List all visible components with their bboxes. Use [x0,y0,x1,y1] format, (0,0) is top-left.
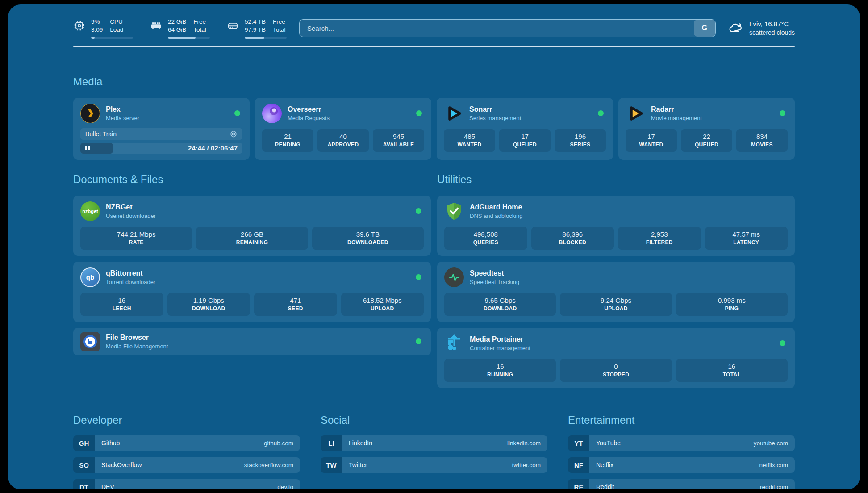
bookmark-youtube[interactable]: YT YouTube youtube.com [568,435,795,451]
bookmark-name: YouTube [596,439,621,447]
stat-value: 21 [264,133,312,140]
disk-progress-bar [245,37,287,39]
stat-label: PING [678,305,786,312]
stat-value: 196 [556,133,604,140]
header-divider [73,46,795,47]
stat-label: MOVIES [738,142,786,148]
ram-progress-bar [168,37,210,39]
app-card-plex[interactable]: Plex Media server Bullet Train 24:44 / 0… [73,98,250,160]
app-card-sonarr[interactable]: Sonarr Series management 485 WANTED 17 Q… [437,98,613,160]
disk-label-1: Free [273,18,286,26]
ram-progress-fill [168,37,196,39]
settings-icon[interactable] [230,130,238,138]
stat-value: 17 [501,133,549,140]
playback-progress-bar[interactable]: 24:44 / 02:06:47 [80,143,242,154]
stat-label: WANTED [627,142,675,148]
cpu-progress-fill [91,37,95,39]
utilities-column: Utilities AdGuard Home DNS and adblockin… [437,173,795,388]
app-card-speedtest[interactable]: Speedtest Speedtest Tracking 9.65 Gbps D… [437,262,795,322]
stat-tile: 86,396 BLOCKED [531,227,614,250]
stat-label: RUNNING [446,372,554,378]
bookmark-abbr: SO [73,457,95,473]
app-name: Speedtest [470,269,519,277]
stat-tile: 945 AVAILABLE [373,129,424,152]
stat-tile: 1.19 Gbps DOWNLOAD [167,293,250,316]
app-card-radarr[interactable]: Radarr Movie management 17 WANTED 22 QUE… [618,98,795,160]
cpu-icon [73,20,85,32]
stat-value: 9.65 Gbps [446,297,554,304]
stat-value: 16 [446,363,554,370]
app-card-adguard[interactable]: AdGuard Home DNS and adblocking 498,508 … [437,196,795,256]
section-title-developer: Developer [73,414,300,426]
bookmark-dev[interactable]: DT DEV dev.to [73,479,300,489]
bookmark-abbr: TW [321,457,342,473]
sonarr-icon [444,104,463,123]
ram-label-2: Total [193,26,206,34]
disk-stat: 52.4 TB 97.9 TB Free Total [227,18,287,39]
app-card-overseerr[interactable]: Overseerr Media Requests 21 PENDING 40 A… [255,98,431,160]
app-name: NZBGet [106,203,156,211]
stat-value: 40 [319,133,367,140]
bookmark-url: github.com [264,440,293,447]
search-bar[interactable]: G [299,19,716,37]
bookmark-abbr: LI [321,435,342,451]
app-subtitle: Media File Management [106,343,168,350]
pause-icon[interactable] [85,146,90,150]
stat-label: WANTED [446,142,493,148]
stat-value: 0 [562,363,670,370]
bookmark-linkedin[interactable]: LI LinkedIn linkedin.com [321,435,547,451]
section-title-media: Media [73,75,795,88]
bookmark-github[interactable]: GH Github github.com [73,435,300,451]
stat-value: 9.24 Gbps [562,297,670,304]
bookmark-netflix[interactable]: NF Netflix netflix.com [568,457,795,473]
stat-tile: 16 RUNNING [444,359,556,382]
app-card-portainer[interactable]: Media Portainer Container management 16 … [437,328,795,388]
app-card-nzbget[interactable]: nzbget NZBGet Usenet downloader 744.21 M… [73,196,431,256]
app-card-qbittorrent[interactable]: qb qBittorrent Torrent downloader 16 LEE… [73,262,431,322]
portainer-icon [444,334,464,353]
stat-label: SERIES [556,142,604,148]
bookmark-url: twitter.com [512,462,541,468]
stat-label: RATE [82,239,190,246]
app-card-filebrowser[interactable]: File Browser Media File Management [73,328,431,355]
cloud-icon [728,21,743,36]
stat-tile: 196 SERIES [555,129,606,152]
screenshot-frame: 9% 3.09 CPU Load [0,0,868,493]
app-name: qBittorrent [106,269,155,277]
cpu-load: 3.09 [91,26,103,34]
bookmark-name: LinkedIn [349,439,372,447]
bookmarks: Developer GH Github github.com SO StackO… [73,414,795,489]
bookmark-abbr: DT [73,479,95,489]
stat-label: QUEUED [683,142,730,148]
app-name: Media Portainer [470,335,530,343]
app-subtitle: Usenet downloader [106,213,156,219]
stat-label: PENDING [264,142,312,148]
stat-value: 498,508 [446,230,526,238]
status-dot-online [780,110,785,116]
stat-label: APPROVED [319,142,367,148]
search-input[interactable] [300,20,694,37]
disk-icon [227,20,239,32]
search-engine-button[interactable]: G [694,20,715,37]
weather-location-temp: Lviv, 16.87°C [749,20,795,29]
bookmark-reddit[interactable]: RE Reddit reddit.com [568,479,795,489]
app-name: File Browser [106,334,168,342]
app-name: Overseerr [288,105,330,113]
ram-label-1: Free [193,18,206,26]
status-dot-online [416,274,421,280]
stat-value: 471 [256,297,335,304]
bookmark-stackoverflow[interactable]: SO StackOverflow stackoverflow.com [73,457,300,473]
app-name: Plex [106,105,139,113]
bookmark-twitter[interactable]: TW Twitter twitter.com [321,457,547,473]
stat-value: 744.21 Mbps [82,230,190,238]
system-stats: 9% 3.09 CPU Load [73,18,287,39]
status-dot-online [416,208,421,214]
stat-value: 1.19 Gbps [169,297,249,304]
bookmark-abbr: YT [568,435,589,451]
nzbget-icon: nzbget [80,201,100,221]
bookmark-group-developer: Developer GH Github github.com SO StackO… [73,414,300,489]
stat-label: DOWNLOADED [314,239,422,246]
plex-icon [80,104,100,123]
stat-label: UPLOAD [343,305,422,312]
status-dot-online [780,340,785,346]
